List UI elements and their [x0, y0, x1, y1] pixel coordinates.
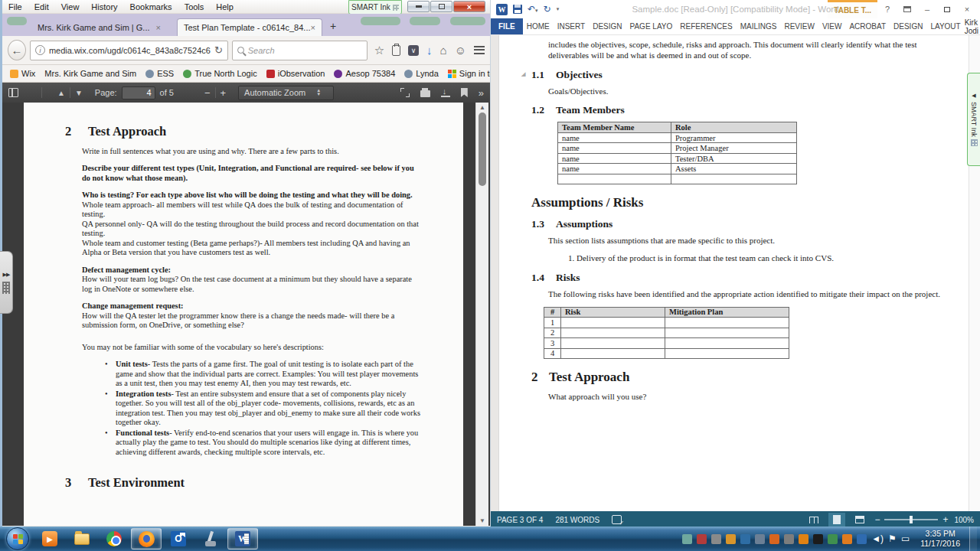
next-page-icon[interactable]: ▼ [75, 89, 83, 97]
bookmark-aesop-75384[interactable]: Aesop 75384 [331, 69, 398, 78]
tray-icon-9[interactable] [799, 534, 808, 544]
bookmark-wix[interactable]: Wix [7, 69, 38, 78]
tab-mailings[interactable]: MAILINGS [737, 18, 781, 34]
bookmark-iobservation[interactable]: iObservation [263, 69, 328, 78]
tab-test-plan-template[interactable]: Test Plan Template - c0614c_84... × [177, 18, 322, 36]
home-icon[interactable]: ⌂ [440, 44, 447, 57]
download-pdf-icon[interactable] [441, 88, 450, 97]
account-area[interactable]: Kirk Jodi ▾ [965, 18, 980, 34]
table-cell[interactable] [671, 174, 797, 184]
sidebar-toggle-icon[interactable] [8, 88, 18, 97]
pocket-icon[interactable]: ∨ [408, 45, 419, 56]
pdf-scrollbar[interactable]: ▲ ▼ [475, 103, 488, 526]
smart-ink-side-tab[interactable]: ◀ SMART Ink [967, 73, 980, 166]
tray-icon-10[interactable] [813, 534, 823, 544]
taskbar-clock[interactable]: 3:35 PM 11/17/2016 [920, 529, 960, 549]
tab-close-icon[interactable]: × [156, 23, 161, 32]
tray-icon-6[interactable] [755, 534, 765, 544]
zoom-select[interactable]: Automatic Zoom ▲▼ [238, 86, 334, 100]
tab-page-layo[interactable]: PAGE LAYO [626, 18, 677, 34]
smart-ink-button[interactable]: SMART Ink [348, 0, 402, 15]
redo-icon[interactable]: ↻ [544, 4, 551, 15]
page-number-input[interactable] [122, 86, 155, 99]
tray-icon-5[interactable] [740, 534, 750, 544]
tab-view[interactable]: VIEW [818, 18, 846, 34]
url-text[interactable]: media.wix.com/ugd/c0614c_843a8c7524c6 [49, 46, 211, 55]
save-icon[interactable] [513, 5, 522, 14]
back-button[interactable]: ← [8, 40, 26, 60]
tab-layout-contextual[interactable]: LAYOUT [926, 18, 964, 34]
menu-item-history[interactable]: History [85, 2, 123, 11]
table-cell[interactable]: 4 [544, 348, 561, 359]
customize-qat-icon[interactable]: ▾ [557, 6, 560, 12]
tray-icon-2[interactable] [697, 534, 707, 544]
tab-references[interactable]: REFERENCES [676, 18, 736, 34]
smart-ink-edge-handle[interactable]: ▶▶ [0, 251, 13, 314]
close-button[interactable]: × [453, 1, 485, 12]
zoom-in-button[interactable]: + [220, 87, 227, 99]
print-icon[interactable] [420, 90, 430, 97]
more-tools-icon[interactable]: » [479, 87, 484, 99]
taskbar-outlook-button[interactable]: O [163, 528, 194, 549]
table-cell[interactable]: 2 [544, 328, 561, 338]
start-button[interactable] [6, 527, 29, 550]
menu-item-tools[interactable]: Tools [178, 2, 211, 11]
site-info-icon[interactable]: i [35, 45, 45, 55]
word-document-area[interactable]: includes the objectives, scope, schedule… [491, 35, 980, 511]
taskbar-chrome-button[interactable] [99, 528, 129, 549]
help-button[interactable]: ? [877, 0, 897, 18]
scrollbar-thumb[interactable] [479, 112, 486, 186]
tray-icon-1[interactable] [682, 534, 692, 544]
tab-close-icon[interactable]: × [311, 23, 315, 32]
taskbar-explorer-button[interactable] [67, 528, 97, 549]
tab-file[interactable]: FILE [491, 18, 523, 34]
search-bar[interactable]: Search [232, 41, 368, 60]
tray-icon-3[interactable] [711, 534, 721, 544]
undo-icon[interactable]: ↶▾ [528, 4, 538, 15]
menu-item-help[interactable]: Help [210, 2, 240, 11]
scroll-down-icon[interactable]: ▼ [479, 517, 485, 524]
table-cell[interactable] [561, 318, 665, 328]
table-cell[interactable]: Project Manager [671, 143, 797, 154]
print-layout-button[interactable] [828, 513, 845, 527]
maximize-button[interactable] [430, 1, 452, 12]
table-cell[interactable] [561, 328, 665, 338]
word-count[interactable]: 281 WORDS [555, 516, 599, 524]
hello-smiley-icon[interactable]: ☺ [455, 44, 466, 57]
scroll-up-icon[interactable]: ▲ [479, 104, 485, 111]
menu-item-edit[interactable]: Edit [28, 2, 55, 11]
table-cell[interactable]: name [558, 132, 671, 143]
menu-hamburger-icon[interactable] [474, 46, 485, 54]
previous-page-icon[interactable]: ▲ [57, 89, 65, 97]
tab-design-contextual[interactable]: DESIGN [890, 18, 926, 34]
bookmark-icon[interactable] [461, 88, 468, 97]
tab-home[interactable]: HOME [523, 18, 554, 34]
table-cell[interactable] [665, 338, 789, 349]
table-cell[interactable] [665, 318, 789, 328]
tray-icon-12[interactable] [842, 534, 852, 544]
bookmark-mrs-kirk-game-and-sim[interactable]: Mrs. Kirk Game and Sim [41, 69, 139, 78]
table-cell[interactable] [665, 348, 789, 359]
table-cell[interactable]: 1 [544, 318, 561, 328]
ribbon-display-button[interactable] [897, 0, 917, 18]
bookmark-ess[interactable]: ESS [142, 69, 177, 78]
tab-review[interactable]: REVIEW [780, 18, 818, 34]
url-bar[interactable]: i media.wix.com/ugd/c0614c_843a8c7524c6 … [30, 41, 228, 60]
menu-item-file[interactable]: File [2, 2, 28, 11]
web-layout-button[interactable] [851, 513, 868, 527]
tab-mrs-kirk[interactable]: Mrs. Kirk Game and Sim | G... × [31, 18, 167, 36]
taskbar-document-camera-button[interactable] [195, 528, 226, 549]
zoom-percent[interactable]: 100% [954, 516, 974, 524]
menu-item-bookmarks[interactable]: Bookmarks [124, 2, 178, 11]
search-placeholder[interactable]: Search [248, 46, 275, 55]
tab-acrobat[interactable]: ACROBAT [845, 18, 890, 34]
read-mode-button[interactable] [805, 513, 822, 527]
table-tools-contextual-tab[interactable]: TABLE T... [828, 0, 877, 18]
menu-item-view[interactable]: View [55, 2, 86, 11]
minimize-button[interactable] [407, 1, 430, 12]
minimize-button[interactable]: – [917, 0, 937, 18]
tray-icon-4[interactable] [726, 534, 736, 544]
speaker-icon[interactable]: ◄) [871, 533, 884, 544]
tray-icon-11[interactable] [828, 534, 838, 544]
restore-button[interactable] [937, 0, 957, 18]
